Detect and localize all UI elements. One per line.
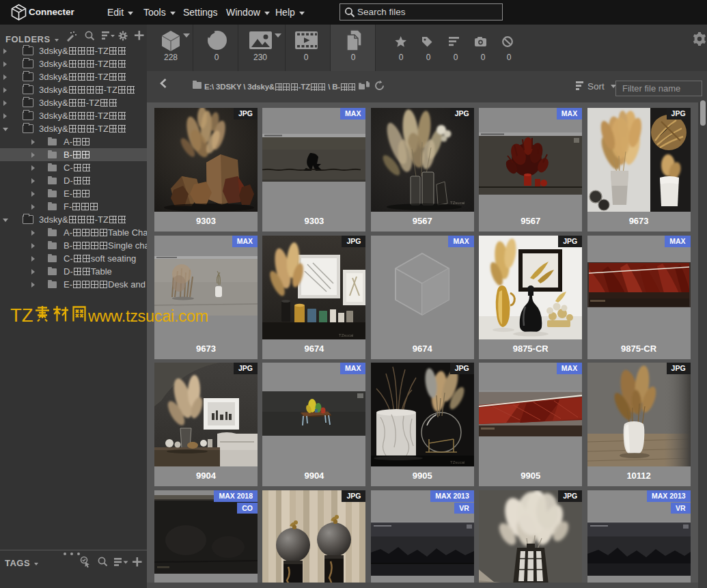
- svg-text:TZsucai: TZsucai: [450, 460, 465, 464]
- svg-text:TZsucai: TZsucai: [339, 333, 353, 337]
- svg-text:TZ: TZ: [10, 305, 33, 326]
- svg-text:www.tzsucai.com: www.tzsucai.com: [87, 307, 208, 325]
- svg-text:TZsucai: TZsucai: [450, 201, 465, 205]
